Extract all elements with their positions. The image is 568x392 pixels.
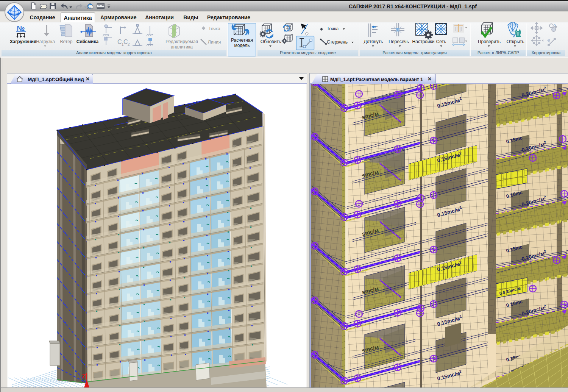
svg-text:C: C	[117, 39, 122, 45]
svg-text:Z: Z	[82, 373, 86, 380]
svg-text:№: №	[17, 24, 25, 32]
svg-text:2: 2	[128, 42, 130, 47]
svg-text:C: C	[123, 39, 128, 45]
